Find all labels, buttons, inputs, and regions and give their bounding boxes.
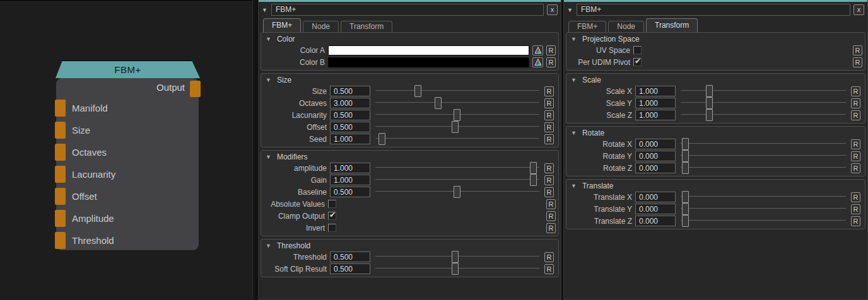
scale-y-slider[interactable]	[681, 97, 846, 109]
clamp-output-reset-button[interactable]: R	[546, 211, 556, 221]
amplitude-value-input[interactable]	[330, 163, 370, 173]
gain-slider-handle[interactable]	[530, 174, 537, 186]
scale-x-slider-handle[interactable]	[706, 85, 713, 97]
section-header[interactable]: ▼Size	[264, 74, 556, 85]
rotate-x-slider[interactable]	[681, 138, 846, 150]
octaves-slider-handle[interactable]	[435, 97, 442, 109]
output-port[interactable]	[190, 81, 201, 97]
tab-node[interactable]: Node	[608, 21, 644, 32]
offset-slider[interactable]	[375, 121, 539, 133]
threshold-reset-button[interactable]: R	[544, 252, 554, 262]
tab-node[interactable]: Node	[303, 21, 339, 32]
section-header[interactable]: ▼Rotate	[569, 127, 862, 138]
rotate-x-reset-button[interactable]: R	[851, 139, 860, 149]
rotate-x-slider-handle[interactable]	[682, 138, 689, 150]
soft-clip-result-slider[interactable]	[375, 263, 539, 275]
threshold-value-input[interactable]	[330, 251, 370, 262]
tab-fbm-[interactable]: FBM+	[263, 18, 301, 32]
collapse-arrow-icon[interactable]: ▼	[262, 7, 268, 13]
size-value-input[interactable]	[330, 86, 370, 96]
scale-z-value-input[interactable]	[635, 110, 676, 120]
translate-x-reset-button[interactable]: R	[851, 192, 860, 202]
threshold-slider[interactable]	[375, 251, 539, 263]
size-slider-handle[interactable]	[414, 85, 421, 97]
lacunarity-slider[interactable]	[375, 109, 539, 121]
gain-reset-button[interactable]: R	[544, 175, 554, 185]
offset-input-port[interactable]	[55, 188, 66, 205]
color-b-picker-button[interactable]	[532, 57, 543, 67]
panel-close-button[interactable]: x	[547, 4, 558, 15]
seed-slider[interactable]	[375, 133, 539, 145]
color-a-picker-button[interactable]	[532, 45, 543, 55]
scale-x-slider[interactable]	[681, 85, 846, 97]
lacunarity-reset-button[interactable]: R	[544, 110, 554, 120]
octaves-reset-button[interactable]: R	[544, 98, 554, 108]
soft-clip-result-slider-handle[interactable]	[452, 263, 459, 275]
color-a-swatch[interactable]	[328, 45, 529, 55]
section-header[interactable]: ▼Modifiers	[264, 151, 556, 162]
rotate-y-reset-button[interactable]: R	[851, 151, 860, 161]
soft-clip-result-value-input[interactable]	[330, 263, 370, 274]
offset-reset-button[interactable]: R	[544, 122, 554, 132]
translate-y-value-input[interactable]	[635, 204, 676, 214]
rotate-y-value-input[interactable]	[635, 151, 676, 161]
pane-splitter[interactable]	[252, 0, 258, 300]
color-a-reset-button[interactable]: R	[546, 45, 556, 55]
gain-slider[interactable]	[375, 174, 539, 186]
uv-space-checkbox[interactable]: ✔	[633, 46, 642, 54]
lacunarity-value-input[interactable]	[330, 110, 370, 120]
clamp-output-checkbox[interactable]: ✔	[328, 212, 336, 220]
scale-z-slider[interactable]	[681, 109, 846, 121]
scale-y-reset-button[interactable]: R	[851, 98, 860, 108]
translate-y-slider-handle[interactable]	[682, 203, 689, 215]
color-b-swatch[interactable]	[328, 57, 529, 67]
rotate-y-slider[interactable]	[681, 150, 846, 162]
baseline-slider[interactable]	[375, 186, 539, 198]
seed-slider-handle[interactable]	[378, 133, 385, 145]
scale-x-reset-button[interactable]: R	[851, 86, 860, 96]
size-slider[interactable]	[375, 85, 539, 97]
amplitude-slider[interactable]	[375, 162, 539, 174]
baseline-value-input[interactable]	[330, 187, 370, 197]
translate-x-slider-handle[interactable]	[682, 191, 689, 203]
rotate-z-reset-button[interactable]: R	[851, 163, 860, 173]
translate-z-slider[interactable]	[681, 215, 846, 227]
scale-z-reset-button[interactable]: R	[851, 110, 860, 120]
scale-z-slider-handle[interactable]	[706, 109, 713, 121]
scale-y-value-input[interactable]	[635, 98, 676, 108]
section-header[interactable]: ▼Projection Space	[569, 33, 862, 44]
offset-slider-handle[interactable]	[452, 121, 459, 133]
section-header[interactable]: ▼Scale	[569, 74, 862, 85]
size-input-port[interactable]	[55, 122, 66, 139]
seed-reset-button[interactable]: R	[544, 134, 554, 144]
translate-x-value-input[interactable]	[635, 192, 676, 202]
amplitude-input-port[interactable]	[55, 210, 66, 227]
amplitude-reset-button[interactable]: R	[544, 163, 554, 173]
tab-transform[interactable]: Transform	[646, 18, 698, 32]
translate-y-slider[interactable]	[681, 203, 846, 215]
lacunarity-slider-handle[interactable]	[454, 109, 460, 121]
rotate-y-slider-handle[interactable]	[682, 150, 689, 162]
tab-fbm-[interactable]: FBM+	[568, 21, 606, 32]
uv-space-reset-button[interactable]: R	[853, 45, 862, 55]
baseline-reset-button[interactable]: R	[544, 187, 554, 197]
translate-z-slider-handle[interactable]	[682, 215, 689, 227]
panel-close-button[interactable]: x	[853, 4, 864, 15]
translate-x-slider[interactable]	[681, 191, 846, 203]
offset-value-input[interactable]	[330, 122, 370, 132]
size-reset-button[interactable]: R	[544, 86, 554, 96]
soft-clip-result-reset-button[interactable]: R	[544, 264, 554, 274]
rotate-z-slider[interactable]	[681, 162, 846, 174]
octaves-value-input[interactable]	[330, 98, 370, 108]
section-header[interactable]: ▼Threshold	[264, 240, 556, 251]
rotate-z-slider-handle[interactable]	[682, 162, 689, 174]
gain-value-input[interactable]	[330, 175, 370, 185]
section-header[interactable]: ▼Translate	[569, 180, 862, 191]
per-udim-pivot-reset-button[interactable]: R	[853, 57, 862, 67]
fbm-node[interactable]: FBM+ Output ManifoldSizeOctavesLacunarit…	[56, 61, 200, 250]
octaves-input-port[interactable]	[55, 144, 66, 161]
node-graph-canvas[interactable]: FBM+ Output ManifoldSizeOctavesLacunarit…	[0, 0, 252, 300]
seed-value-input[interactable]	[330, 134, 370, 144]
rotate-z-value-input[interactable]	[635, 163, 676, 173]
translate-z-value-input[interactable]	[635, 216, 676, 226]
